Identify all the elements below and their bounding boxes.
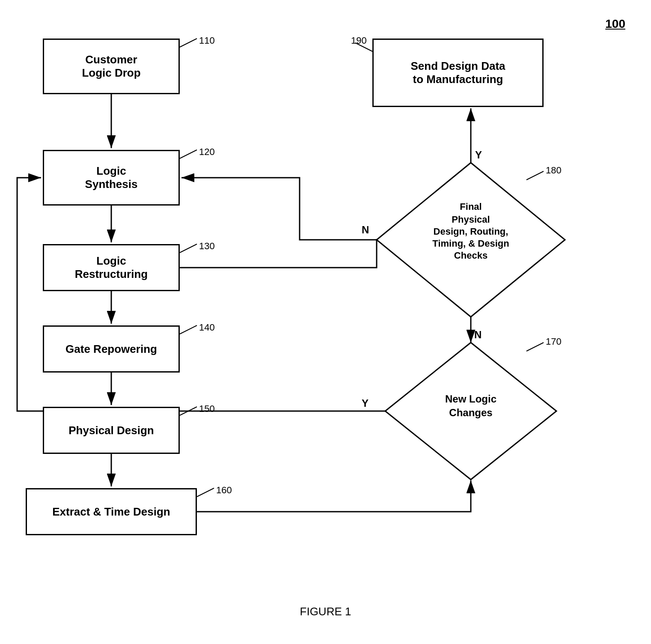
customer-logic-drop-box: Customer Logic Drop (43, 39, 180, 94)
send-design-data-box: Send Design Data to Manufacturing (372, 39, 544, 107)
svg-text:Checks: Checks (454, 250, 488, 261)
physical-design-box: Physical Design (43, 407, 180, 454)
svg-line-15 (180, 244, 197, 253)
ref-140: 140 (199, 322, 215, 333)
ref-160: 160 (216, 485, 232, 496)
svg-text:N: N (362, 224, 369, 236)
ref-150: 150 (199, 403, 215, 414)
svg-line-17 (180, 407, 197, 415)
ref-180: 180 (546, 165, 562, 176)
svg-text:Y: Y (475, 149, 482, 161)
svg-line-21 (526, 343, 544, 351)
svg-line-16 (180, 325, 197, 334)
figure-caption: FIGURE 1 (300, 605, 351, 618)
svg-line-18 (197, 488, 214, 497)
svg-text:Changes: Changes (449, 407, 492, 418)
arrows-svg: N Y N Y (0, 0, 651, 644)
svg-marker-22 (377, 163, 565, 317)
logic-restructuring-box: Logic Restructuring (43, 244, 180, 291)
svg-text:Physical: Physical (452, 214, 490, 225)
extract-time-design-label: Extract & Time Design (52, 505, 170, 519)
svg-line-20 (526, 171, 544, 180)
gate-repowering-label: Gate Repowering (65, 343, 157, 356)
svg-text:N: N (474, 329, 482, 340)
ref-100-label: 100 (605, 17, 625, 31)
extract-time-design-box: Extract & Time Design (26, 488, 197, 535)
svg-text:New Logic: New Logic (445, 393, 496, 405)
final-physical-design-diamond: Final Physical Design, Routing, Timing, … (0, 0, 651, 644)
logic-restructuring-label: Logic Restructuring (75, 254, 148, 281)
new-logic-changes-diamond: New Logic Changes (0, 0, 651, 644)
svg-line-13 (180, 39, 197, 47)
svg-text:Timing, & Design: Timing, & Design (432, 238, 509, 249)
send-design-data-label: Send Design Data to Manufacturing (410, 60, 505, 86)
ref-130: 130 (199, 241, 215, 252)
ref-170: 170 (546, 336, 562, 347)
svg-text:Y: Y (362, 397, 369, 409)
svg-line-14 (180, 150, 197, 158)
diagram-container: 100 (0, 0, 651, 644)
gate-repowering-box: Gate Repowering (43, 325, 180, 373)
logic-synthesis-box: Logic Synthesis (43, 150, 180, 206)
logic-synthesis-label: Logic Synthesis (85, 164, 138, 191)
svg-text:Design, Routing,: Design, Routing, (434, 226, 508, 237)
customer-logic-drop-label: Customer Logic Drop (82, 53, 140, 80)
ref-190: 190 (351, 35, 367, 46)
ref-120: 120 (199, 146, 215, 158)
svg-text:Final: Final (460, 201, 482, 212)
ref-110: 110 (199, 35, 215, 46)
svg-marker-28 (385, 343, 556, 480)
physical-design-label: Physical Design (68, 424, 154, 437)
